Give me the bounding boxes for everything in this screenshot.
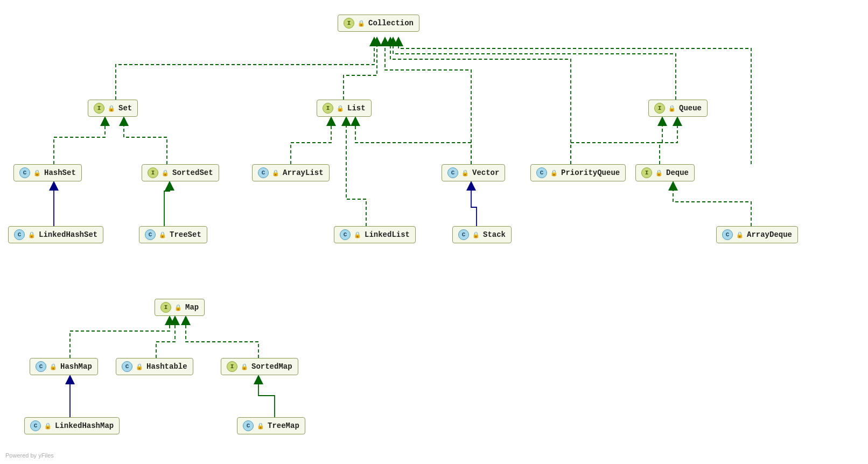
node-arraydeque[interactable]: C 🔒 ArrayDeque bbox=[716, 226, 798, 243]
node-hashset[interactable]: C 🔒 HashSet bbox=[13, 164, 82, 181]
node-linkedhashmap[interactable]: C 🔒 LinkedHashMap bbox=[24, 417, 120, 434]
lock-treemap: 🔒 bbox=[257, 423, 264, 430]
label-collection: Collection bbox=[368, 19, 414, 27]
label-hashtable: Hashtable bbox=[146, 362, 187, 371]
badge-list: I bbox=[323, 103, 333, 114]
label-linkedlist: LinkedList bbox=[365, 230, 410, 239]
label-map: Map bbox=[185, 303, 199, 312]
node-priorityqueue[interactable]: C 🔒 PriorityQueue bbox=[530, 164, 626, 181]
label-vector: Vector bbox=[472, 168, 499, 177]
badge-sortedset: I bbox=[148, 167, 158, 178]
badge-queue: I bbox=[654, 103, 665, 114]
badge-treemap: C bbox=[243, 420, 254, 431]
node-hashtable[interactable]: C 🔒 Hashtable bbox=[116, 358, 193, 375]
watermark: Powered by yFiles bbox=[5, 452, 54, 459]
badge-map: I bbox=[160, 302, 171, 313]
label-linkedhashset: LinkedHashSet bbox=[39, 230, 97, 239]
node-map[interactable]: I 🔒 Map bbox=[155, 299, 205, 316]
lock-deque: 🔒 bbox=[655, 170, 663, 177]
node-linkedhashset[interactable]: C 🔒 LinkedHashSet bbox=[8, 226, 103, 243]
badge-priorityqueue: C bbox=[536, 167, 547, 178]
diagram-container: I 🔒 Collection I 🔒 Set I 🔒 List I 🔒 Queu… bbox=[0, 0, 868, 464]
badge-vector: C bbox=[447, 167, 458, 178]
lock-list: 🔒 bbox=[337, 105, 344, 112]
badge-treeset: C bbox=[145, 229, 156, 240]
node-deque[interactable]: I 🔒 Deque bbox=[635, 164, 695, 181]
lock-hashtable: 🔒 bbox=[136, 363, 143, 370]
node-treeset[interactable]: C 🔒 TreeSet bbox=[139, 226, 207, 243]
badge-hashset: C bbox=[19, 167, 30, 178]
node-hashmap[interactable]: C 🔒 HashMap bbox=[30, 358, 98, 375]
label-hashset: HashSet bbox=[44, 168, 76, 177]
label-treemap: TreeMap bbox=[268, 421, 299, 430]
lock-linkedlist: 🔒 bbox=[354, 231, 361, 238]
badge-deque: I bbox=[641, 167, 652, 178]
badge-linkedhashset: C bbox=[14, 229, 25, 240]
label-queue: Queue bbox=[679, 104, 702, 113]
lock-sortedset: 🔒 bbox=[162, 170, 169, 177]
lock-linkedhashmap: 🔒 bbox=[44, 423, 52, 430]
label-sortedmap: SortedMap bbox=[251, 362, 292, 371]
label-deque: Deque bbox=[666, 168, 689, 177]
label-arraydeque: ArrayDeque bbox=[747, 230, 792, 239]
badge-sortedmap: I bbox=[227, 361, 237, 372]
lock-vector: 🔒 bbox=[461, 170, 469, 177]
lock-set: 🔒 bbox=[108, 105, 115, 112]
badge-collection: I bbox=[344, 18, 354, 29]
lock-treeset: 🔒 bbox=[159, 231, 166, 238]
lock-arraydeque: 🔒 bbox=[736, 231, 744, 238]
node-set[interactable]: I 🔒 Set bbox=[88, 100, 138, 117]
node-linkedlist[interactable]: C 🔒 LinkedList bbox=[334, 226, 416, 243]
badge-linkedlist: C bbox=[340, 229, 351, 240]
node-list[interactable]: I 🔒 List bbox=[317, 100, 372, 117]
node-treemap[interactable]: C 🔒 TreeMap bbox=[237, 417, 305, 434]
label-hashmap: HashMap bbox=[60, 362, 92, 371]
lock-arraylist: 🔒 bbox=[272, 170, 279, 177]
label-linkedhashmap: LinkedHashMap bbox=[55, 421, 114, 430]
node-collection[interactable]: I 🔒 Collection bbox=[338, 15, 419, 32]
lock-collection: 🔒 bbox=[358, 20, 365, 27]
node-sortedmap[interactable]: I 🔒 SortedMap bbox=[221, 358, 298, 375]
lock-priorityqueue: 🔒 bbox=[550, 170, 558, 177]
label-sortedset: SortedSet bbox=[172, 168, 213, 177]
node-queue[interactable]: I 🔒 Queue bbox=[648, 100, 708, 117]
lock-sortedmap: 🔒 bbox=[241, 363, 248, 370]
badge-linkedhashmap: C bbox=[30, 420, 41, 431]
label-set: Set bbox=[118, 104, 132, 113]
node-vector[interactable]: C 🔒 Vector bbox=[442, 164, 505, 181]
lock-linkedhashset: 🔒 bbox=[28, 231, 36, 238]
lock-hashset: 🔒 bbox=[33, 170, 41, 177]
label-stack: Stack bbox=[483, 230, 506, 239]
label-arraylist: ArrayList bbox=[283, 168, 324, 177]
node-stack[interactable]: C 🔒 Stack bbox=[452, 226, 512, 243]
lock-stack: 🔒 bbox=[472, 231, 480, 238]
label-treeset: TreeSet bbox=[170, 230, 201, 239]
badge-arraydeque: C bbox=[722, 229, 733, 240]
lock-map: 🔒 bbox=[174, 304, 182, 311]
label-priorityqueue: PriorityQueue bbox=[561, 168, 620, 177]
badge-arraylist: C bbox=[258, 167, 269, 178]
badge-set: I bbox=[94, 103, 104, 114]
badge-hashmap: C bbox=[36, 361, 46, 372]
badge-hashtable: C bbox=[122, 361, 132, 372]
node-sortedset[interactable]: I 🔒 SortedSet bbox=[142, 164, 219, 181]
node-arraylist[interactable]: C 🔒 ArrayList bbox=[252, 164, 330, 181]
lock-queue: 🔒 bbox=[668, 105, 676, 112]
label-list: List bbox=[347, 104, 366, 113]
badge-stack: C bbox=[458, 229, 469, 240]
lock-hashmap: 🔒 bbox=[50, 363, 57, 370]
